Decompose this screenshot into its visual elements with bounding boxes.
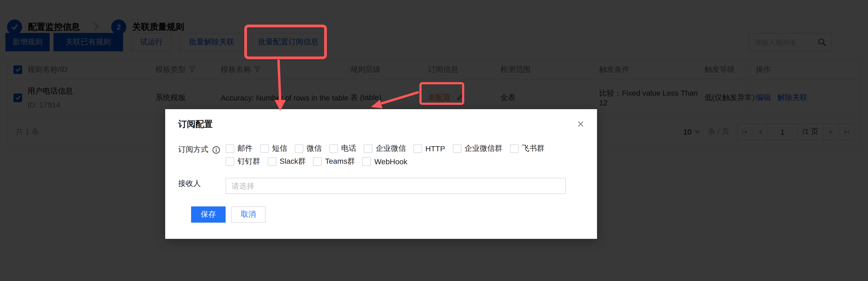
subscription-config-dialog: 订阅配置 × 订阅方式 邮件 短信 微信 电话 企业微信 HTTP 企业微信群 [165, 109, 597, 239]
save-button[interactable]: 保存 [191, 206, 226, 223]
checkbox[interactable] [226, 157, 234, 166]
subscribe-options-line1: 邮件 短信 微信 电话 企业微信 HTTP 企业微信群 飞书群 [226, 144, 545, 153]
checkbox[interactable] [268, 157, 276, 166]
option-slack-group[interactable]: Slack群 [268, 157, 306, 166]
receiver-label: 接收人 [178, 179, 201, 189]
cancel-button[interactable]: 取消 [231, 206, 266, 223]
checkbox[interactable] [363, 157, 371, 166]
subscribe-method-label: 订阅方式 [178, 145, 208, 154]
option-dingtalk-group[interactable]: 钉钉群 [226, 157, 260, 166]
subscribe-method-row: 订阅方式 邮件 短信 微信 电话 企业微信 HTTP 企业微信群 飞书群 钉钉群 [178, 144, 584, 166]
option-phone[interactable]: 电话 [329, 144, 356, 153]
dialog-title: 订阅配置 [178, 119, 213, 130]
close-icon[interactable]: × [577, 118, 584, 130]
option-teams-group[interactable]: Teams群 [313, 157, 355, 166]
receiver-select-input[interactable] [226, 181, 565, 190]
option-sms[interactable]: 短信 [260, 144, 287, 153]
page: 配置监控信息 2 关联质量规则 新增规则 关联已有规则 试运行 批量解除关联 批… [0, 0, 868, 281]
option-wechat[interactable]: 微信 [295, 144, 322, 153]
checkbox[interactable] [313, 157, 322, 166]
option-wecom[interactable]: 企业微信 [364, 144, 406, 153]
receiver-row: 接收人 [178, 178, 584, 194]
option-email[interactable]: 邮件 [226, 144, 253, 153]
subscribe-options-line2: 钉钉群 Slack群 Teams群 WebHook [226, 157, 545, 166]
receiver-select [226, 178, 566, 194]
checkbox[interactable] [413, 144, 422, 153]
option-webhook[interactable]: WebHook [363, 157, 407, 166]
info-icon[interactable] [212, 146, 220, 154]
checkbox[interactable] [453, 144, 461, 153]
option-http[interactable]: HTTP [413, 144, 445, 153]
option-feishu-group[interactable]: 飞书群 [510, 144, 545, 153]
checkbox[interactable] [295, 144, 303, 153]
checkbox[interactable] [226, 144, 234, 153]
checkbox[interactable] [510, 144, 519, 153]
option-wecom-group[interactable]: 企业微信群 [453, 144, 502, 153]
checkbox[interactable] [329, 144, 338, 153]
checkbox[interactable] [364, 144, 372, 153]
checkbox[interactable] [260, 144, 269, 153]
